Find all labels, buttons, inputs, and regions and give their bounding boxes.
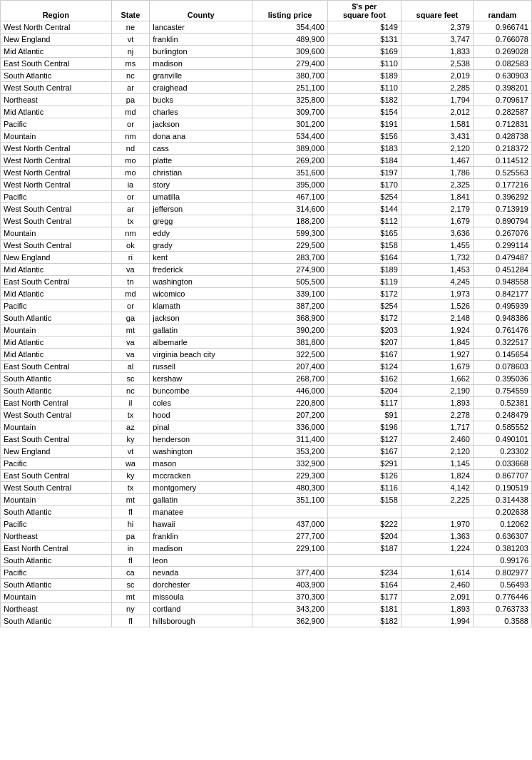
table-cell: 0.948386 [473,312,531,324]
table-cell: pa [111,94,150,106]
table-cell: 1,467 [401,155,473,167]
table-cell: 395,000 [252,179,328,191]
table-row: South Atlanticncgranville380,700$1892,01… [1,70,532,82]
table-row: New Englandvtfranklin489,900$1313,7470.7… [1,34,532,46]
table-cell: nm [111,130,150,143]
table-cell: 2,091 [401,591,473,603]
listing-price-label: listing price [268,11,312,19]
table-cell: eddy [150,227,252,240]
table-cell: 380,700 [252,70,328,82]
table-cell: East South Central [1,361,112,373]
table-cell: $234 [327,567,401,579]
table-cell: gallatin [150,494,252,506]
table-cell: 368,900 [252,312,328,324]
table-cell: $116 [327,482,401,494]
table-cell: $189 [327,264,401,276]
table-cell: 336,000 [252,421,328,433]
table-cell: $181 [327,603,401,615]
table-cell: leon [150,555,252,567]
table-row: Mid Atlanticvafrederick274,900$1891,4530… [1,264,532,276]
state-label: State [121,11,140,19]
table-cell: hawaii [150,518,252,530]
table-cell: 1,973 [401,288,473,300]
table-cell: madison [150,543,252,555]
table-cell: $169 [327,46,401,58]
table-cell: 489,900 [252,34,328,46]
table-row: Pacificwamason332,900$2911,1450.033668 [1,458,532,470]
table-cell: ok [111,240,150,252]
table-cell: $156 [327,130,401,143]
table-cell: 325,800 [252,94,328,106]
table-cell: tn [111,276,150,288]
table-cell: $164 [327,579,401,591]
table-cell: 2,179 [401,203,473,215]
table-cell: 3,747 [401,34,473,46]
table-cell: 377,400 [252,567,328,579]
table-cell: va [111,337,150,349]
table-cell: sc [111,373,150,385]
table-cell: $187 [327,543,401,555]
table-cell: 534,400 [252,130,328,143]
table-row: West South Centraltxhood207,200$912,2780… [1,409,532,421]
table-cell: West South Central [1,215,112,227]
table-cell: West South Central [1,203,112,215]
table-cell: Mid Atlantic [1,288,112,300]
table-cell: 0.451284 [473,264,531,276]
table-cell: 277,700 [252,530,328,543]
table-row: Pacificorumatilla467,100$2541,8410.39629… [1,191,532,203]
table-cell: $165 [327,227,401,240]
table-cell: 188,200 [252,215,328,227]
table-cell: 437,000 [252,518,328,530]
table-cell: East South Central [1,470,112,482]
table-cell: West South Central [1,409,112,421]
table-cell: Northeast [1,603,112,615]
table-row: Mountainazpinal336,000$1961,7170.585552 [1,421,532,433]
table-row: Mountainnmdona ana534,400$1563,4310.4287… [1,130,532,143]
table-row: South Atlanticflhillsborough362,900$1821… [1,615,532,627]
table-cell: $191 [327,118,401,130]
table-row: West South Centralarjefferson314,600$144… [1,203,532,215]
table-cell: $167 [327,349,401,361]
table-cell: 2,460 [401,433,473,446]
table-cell: 0.428738 [473,130,531,143]
table-cell: 343,200 [252,603,328,615]
table-cell: 309,600 [252,46,328,58]
table-cell: West North Central [1,21,112,34]
table-cell: South Atlantic [1,506,112,518]
table-row: Pacificcanevada377,400$2341,6140.802977 [1,567,532,579]
col-header-listing-price: listing price [252,1,328,21]
table-cell: nd [111,143,150,155]
table-cell: $110 [327,58,401,70]
randam-label: randam [488,11,517,19]
table-cell: 322,500 [252,349,328,361]
table-cell: charles [150,106,252,118]
table-cell: 0.078603 [473,361,531,373]
table-cell: 381,800 [252,337,328,349]
table-cell: East North Central [1,543,112,555]
table-cell: $172 [327,288,401,300]
table-cell: 387,200 [252,300,328,312]
table-cell: albemarle [150,337,252,349]
table-cell: 2,225 [401,494,473,506]
table-cell: Mid Atlantic [1,106,112,118]
table-cell: 1,970 [401,518,473,530]
table-cell: 2,019 [401,70,473,82]
table-cell: $204 [327,385,401,397]
table-row: West South Centralarcraighead251,100$110… [1,82,532,94]
table-cell [401,506,473,518]
table-cell: nevada [150,567,252,579]
table-cell: 0.479487 [473,252,531,264]
table-cell: ne [111,21,150,34]
table-cell: $167 [327,446,401,458]
table-cell: 2,379 [401,21,473,34]
table-cell: va [111,349,150,361]
table-row: South Atlanticflmanatee0.202638 [1,506,532,518]
table-cell: 1,732 [401,252,473,264]
table-cell: 446,000 [252,385,328,397]
table-row: Pacifichihawaii437,000$2221,9700.12062 [1,518,532,530]
table-row: Northeastpabucks325,800$1821,7940.709617 [1,94,532,106]
table-cell: South Atlantic [1,312,112,324]
table-cell: coles [150,397,252,409]
table-cell: Mid Atlantic [1,264,112,276]
table-row: East South Centralalrussell207,400$1241,… [1,361,532,373]
